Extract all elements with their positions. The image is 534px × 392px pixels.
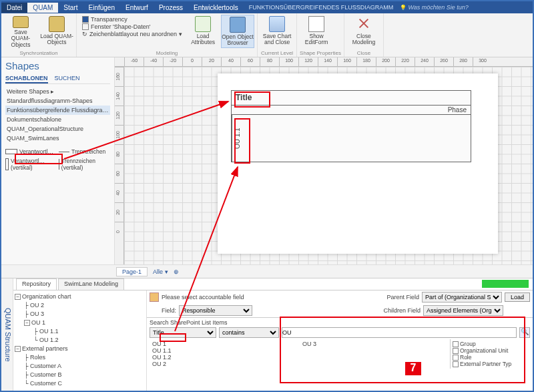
tab-einfuegen[interactable]: Einfügen [83,3,119,13]
show-editform-button[interactable]: Show EditForm [300,15,333,48]
stencil-dokumentschablone[interactable]: Dokumentschablone [5,115,110,124]
swimlane-lane-body[interactable] [246,115,471,162]
search-operator-select[interactable]: contains [219,327,279,338]
tree-ou12[interactable]: └ OU 1.2 [15,336,145,345]
result-item[interactable]: OU 1 [152,341,297,347]
bottom-tab-repository[interactable]: Repository [16,278,57,290]
tree-cust-b[interactable]: ├ Customer B [15,371,145,379]
tree-roles[interactable]: ├ Roles [15,353,145,362]
ribbon-group-sp-label: Shape Properties [300,50,341,57]
open-object-browser-button[interactable]: Open Object Browser [221,15,254,48]
swimlane-phase[interactable]: Phase [232,106,471,115]
load-quam-objects-button[interactable]: Load QUAM-Objects [40,15,73,48]
ribbon-group-current-level: Save Chart and Close Current Level [258,13,297,57]
stencil-standard[interactable]: Standardflussdiagramm-Shapes [5,96,110,106]
tree-ou11[interactable]: ├ OU 1.1 [15,327,145,336]
ribbon-group-close: Close Modeling Close [344,13,384,57]
database-load-icon [49,16,65,32]
result-item[interactable]: OU 2 [152,361,297,367]
checkbox-on-icon [82,16,89,23]
ruler-horizontal: -60-40-200204060801001201401601802002202… [115,57,533,67]
org-tree: −Organization chart ├ OU 2 ├ OU 3 −OU 1 … [13,290,147,391]
stencil-shape-trennzeichen-v[interactable]: Trennzeichen (vertikal) [59,158,108,171]
page-tab-1[interactable]: Page-1 [116,267,148,276]
swimlane-container[interactable]: Title Phase OU 1.1 [231,90,471,162]
stencil-quam-swimlanes[interactable]: QUAM_SwimLanes [5,134,110,143]
result-item[interactable]: OU 1.1 [152,347,297,354]
select-field-prompt: Please select accountable field [162,294,244,301]
save-quam-objects-button[interactable]: Save QUAM-Objects [4,15,37,48]
stencil-more-shapes[interactable]: Weitere Shapes ▸ [5,87,110,96]
tree-org-chart[interactable]: Organization chart [22,293,71,300]
save-chart-close-button[interactable]: Save Chart and Close [260,15,294,48]
swimlane-lane[interactable]: OU 1.1 [232,115,471,162]
tree-ou2[interactable]: ├ OU 2 [15,301,145,310]
search-results-col2: OU 3 [300,339,450,369]
type-checkbox[interactable] [453,361,459,367]
ribbon-group-sync-label: Synchronization [4,50,73,57]
close-icon [356,16,372,32]
tab-entwicklertools[interactable]: Entwicklertools [188,3,244,13]
stencil-quam-operational[interactable]: QUAM_OperationalStructure [5,124,110,134]
tab-datei[interactable]: Datei [1,3,27,13]
tab-quam[interactable]: QUAM [27,3,58,13]
result-item[interactable]: OU 3 [302,341,447,347]
tab-entwurf[interactable]: Entwurf [120,3,154,13]
swimlane-lane-label[interactable]: OU 1.1 [232,115,246,162]
relayout-button[interactable]: ↻ Zeichenblattlayout neu anordnen ▾ [82,31,182,37]
tree-toggle[interactable]: − [15,294,21,300]
swimlane-title[interactable]: Title [232,91,471,106]
bottom-pane: QUAM Structure Repository SwimLane Model… [1,278,533,391]
search-header: Search SharePoint List Items [150,319,530,326]
document-title: FUNKTIONSÜBERGREIFENDES FLUSSDIAGRAMM [249,4,394,11]
tree-cust-a[interactable]: ├ Customer A [15,362,145,371]
tell-me-search[interactable]: Was möchten Sie tun? [400,4,469,11]
shapes-tab-schablonen[interactable]: SCHABLONEN [5,74,48,83]
ruler-vertical: 160140120100806040200 [115,67,124,264]
field-select[interactable]: Responsible [179,305,252,316]
stencil-shape-trennzeichen[interactable]: Trennzeichen [59,148,108,155]
tree-external[interactable]: External partners [22,345,68,352]
drawing-canvas[interactable]: Title Phase OU 1.1 [124,67,533,264]
ribbon-group-close-label: Close [347,50,380,57]
type-checkbox[interactable] [453,341,459,347]
type-checkbox[interactable] [453,348,459,354]
parent-field-select[interactable]: Part of (Organizational St [422,292,502,303]
tree-cust-c[interactable]: └ Customer C [15,379,145,388]
type-checkbox[interactable] [453,355,459,361]
stencil-funktionsuebergreifend[interactable]: Funktionsübergreifende Flussdiagram… [5,106,110,115]
shape-data-window-toggle[interactable]: Fenster 'Shape-Daten' [82,23,182,30]
close-modeling-button[interactable]: Close Modeling [347,15,380,48]
shapes-tab-suchen[interactable]: SUCHEN [55,74,80,83]
stencil-shape-verantwortl[interactable]: Verantwortl… [5,148,55,155]
tree-toggle[interactable]: − [15,346,21,352]
result-item[interactable]: OU 1.2 [152,354,297,361]
page-tab-all[interactable]: Alle ▾ [153,268,168,275]
search-icon[interactable]: 🔍 [519,327,530,338]
search-term-input[interactable] [282,327,517,338]
load-attributes-button[interactable]: Load Attributes [188,15,218,48]
tree-ou1[interactable]: −OU 1 [15,319,145,327]
ribbon-group-modeling-label: Modeling [79,50,254,57]
open-browser-label: Open Object Browser [222,34,254,47]
children-field-select[interactable]: Assigned Elements (Orga [423,305,503,316]
page-tab-add[interactable]: ⊕ [174,268,179,275]
stencil-shape-verantwortl-v[interactable]: Verantwortl… (vertikal) [5,158,55,171]
tree-ou3[interactable]: ├ OU 3 [15,310,145,319]
bottom-tab-swimlane-modeling[interactable]: SwimLane Modeling [58,278,124,290]
search-pane: Search SharePoint List Items Title conta… [147,317,533,370]
quam-structure-label[interactable]: QUAM Structure [1,278,13,391]
transparency-toggle[interactable]: Transparency [82,16,182,23]
select-field-icon [150,292,159,302]
search-field-select[interactable]: Title [150,327,216,338]
load-button[interactable]: Load [505,292,530,302]
ribbon-group-modeling: Transparency Fenster 'Shape-Daten' ↻ Zei… [77,13,258,57]
editform-icon [308,16,324,32]
stencil-list: Weitere Shapes ▸ Standardflussdiagramm-S… [5,87,110,143]
tab-prozess[interactable]: Prozess [154,3,188,13]
tab-start[interactable]: Start [58,3,83,13]
ribbon-group-sync: Save QUAM-Objects Load QUAM-Objects Sync… [1,13,77,57]
ribbon-group-shape-props: Show EditForm Shape Properties [297,13,344,57]
canvas-area: -60-40-200204060801001201401601802002202… [115,57,533,264]
page-tab-bar: Page-1 Alle ▾ ⊕ [1,264,533,278]
